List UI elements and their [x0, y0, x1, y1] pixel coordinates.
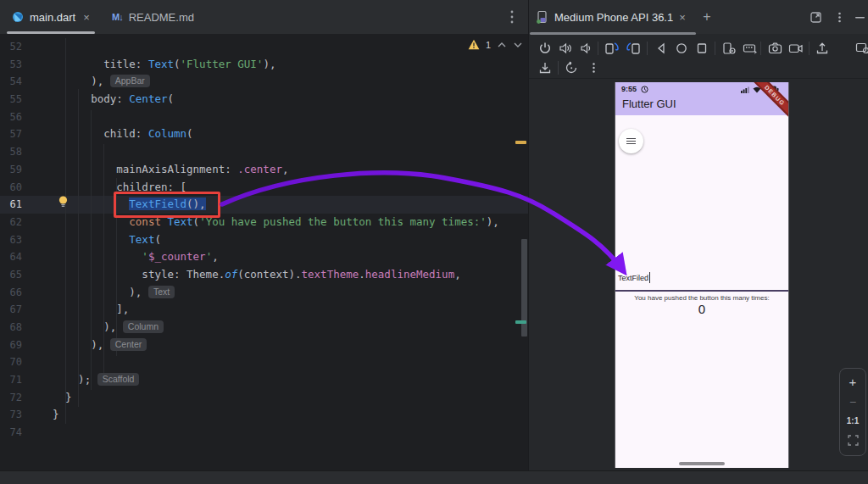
toolbar-kebab-menu-icon[interactable]	[585, 59, 602, 76]
dart-file-icon	[12, 11, 24, 23]
line-number: 60	[0, 179, 22, 197]
inspection-widget[interactable]: 1	[468, 39, 523, 50]
line-number: 64	[0, 248, 22, 266]
code-editor[interactable]: 5253545556575859606162636465666768697071…	[0, 34, 528, 470]
prev-warning-chevron-icon[interactable]	[497, 42, 507, 48]
inlay-hint: Column	[123, 320, 164, 333]
code-line: mainAxisAlignment: .center,	[53, 161, 499, 179]
back-icon[interactable]	[653, 40, 670, 57]
upload-icon[interactable]	[814, 40, 831, 57]
code-lines: title: Text('Flutter GUI'), ), AppBar bo…	[53, 38, 499, 442]
volume-up-icon[interactable]	[557, 40, 574, 57]
line-number: 71	[0, 371, 22, 389]
lightbulb-icon[interactable]	[57, 195, 70, 209]
tab-readme-md[interactable]: M↓ README.md	[103, 0, 203, 34]
fit-to-window-icon[interactable]	[840, 435, 865, 446]
open-in-window-icon[interactable]	[807, 8, 824, 25]
gesture-navigation-bar[interactable]	[679, 462, 725, 465]
close-tab-icon[interactable]: ×	[83, 11, 90, 24]
editor-options-kebab-icon[interactable]	[505, 8, 519, 25]
device-tab[interactable]: Medium Phone API 36.1 ×	[536, 0, 686, 34]
signal-icon	[741, 86, 749, 93]
tab-label: README.md	[129, 11, 194, 24]
virtual-input-icon[interactable]	[742, 40, 759, 57]
textfield-underline	[615, 290, 788, 292]
info-stripe-mark[interactable]	[515, 320, 526, 324]
line-number: 68	[0, 319, 22, 337]
install-icon[interactable]	[537, 59, 554, 76]
panel-kebab-menu-icon[interactable]	[831, 8, 848, 25]
home-icon[interactable]	[673, 40, 690, 57]
line-number: 65	[0, 266, 22, 284]
warning-count: 1	[486, 40, 491, 50]
overview-icon[interactable]	[693, 40, 710, 57]
code-line	[53, 353, 499, 371]
line-number: 69	[0, 337, 22, 354]
status-bar-time: 9:55	[621, 85, 637, 93]
code-line	[53, 38, 499, 56]
toolbar-divider	[647, 42, 648, 55]
tab-main-dart[interactable]: main.dart ×	[3, 0, 98, 34]
line-number: 53	[0, 56, 22, 74]
inlay-hint: Text	[148, 286, 175, 298]
warning-stripe-mark[interactable]	[515, 141, 526, 144]
menu-fab-button[interactable]	[619, 129, 643, 153]
code-line: ); Scaffold	[53, 371, 499, 389]
line-number: 57	[0, 125, 22, 143]
line-number: 58	[0, 143, 22, 161]
textfield-input[interactable]: TextFiled	[618, 274, 648, 282]
line-number: 59	[0, 161, 22, 179]
code-line: ), AppBar	[53, 73, 499, 91]
ide-window: main.dart × M↓ README.md 525354555657585…	[0, 0, 868, 484]
zoom-ratio-button[interactable]: 1:1	[840, 416, 865, 426]
hamburger-icon	[626, 137, 636, 146]
code-line: }	[53, 389, 499, 407]
code-line: title: Text('Flutter GUI'),	[53, 56, 499, 74]
reset-icon[interactable]	[563, 59, 580, 76]
panel-header: Medium Phone API 36.1 × +	[529, 0, 868, 34]
zoom-in-button[interactable]: +	[840, 375, 865, 389]
line-number: 52	[0, 38, 22, 56]
new-device-tab-button[interactable]: +	[698, 8, 715, 25]
line-number: 67	[0, 301, 22, 319]
line-number: 66	[0, 284, 22, 302]
code-line	[53, 143, 499, 161]
zoom-controls: + − 1:1	[839, 368, 866, 456]
code-line: }	[53, 406, 499, 424]
inlay-hint: AppBar	[110, 75, 150, 87]
line-number: 70	[0, 353, 22, 371]
zoom-out-button[interactable]: −	[840, 395, 865, 409]
screen-record-icon[interactable]	[787, 40, 804, 57]
hide-panel-icon[interactable]	[851, 8, 868, 25]
inlay-hint: Center	[110, 338, 147, 351]
code-line: child: Column(	[53, 125, 499, 143]
rotate-right-icon[interactable]	[625, 40, 642, 57]
emulator-screen[interactable]: 9:55 Flutter GUI DEBUG TextFiled You hav…	[615, 82, 789, 468]
power-icon[interactable]	[537, 40, 554, 57]
app-bar-title: Flutter GUI	[622, 97, 676, 110]
tab-label: main.dart	[30, 11, 75, 24]
text-cursor	[649, 272, 650, 283]
line-number: 62	[0, 214, 22, 231]
inlay-hint: Scaffold	[97, 373, 140, 386]
device-explorer-icon[interactable]	[854, 40, 868, 57]
line-number: 56	[0, 108, 22, 126]
counter-caption: You have pushed the button this many tim…	[615, 294, 788, 302]
ide-status-bar	[0, 470, 868, 484]
close-tab-icon[interactable]: ×	[679, 11, 686, 24]
editor-tab-strip: main.dart × M↓ README.md	[0, 0, 528, 34]
device-settings-icon[interactable]	[721, 40, 737, 57]
device-tab-label: Medium Phone API 36.1	[554, 11, 673, 24]
line-number: 55	[0, 91, 22, 108]
line-number: 61	[0, 196, 22, 214]
emulator-toolbar	[529, 34, 868, 79]
line-number: 54	[0, 73, 22, 91]
toolbar-divider	[809, 42, 810, 55]
warning-triangle-icon	[468, 39, 480, 50]
screenshot-icon[interactable]	[766, 40, 783, 57]
next-warning-chevron-icon[interactable]	[513, 42, 523, 48]
toolbar-divider	[558, 61, 559, 75]
code-line	[53, 108, 499, 126]
volume-down-icon[interactable]	[577, 40, 594, 57]
rotate-left-icon[interactable]	[604, 40, 620, 57]
